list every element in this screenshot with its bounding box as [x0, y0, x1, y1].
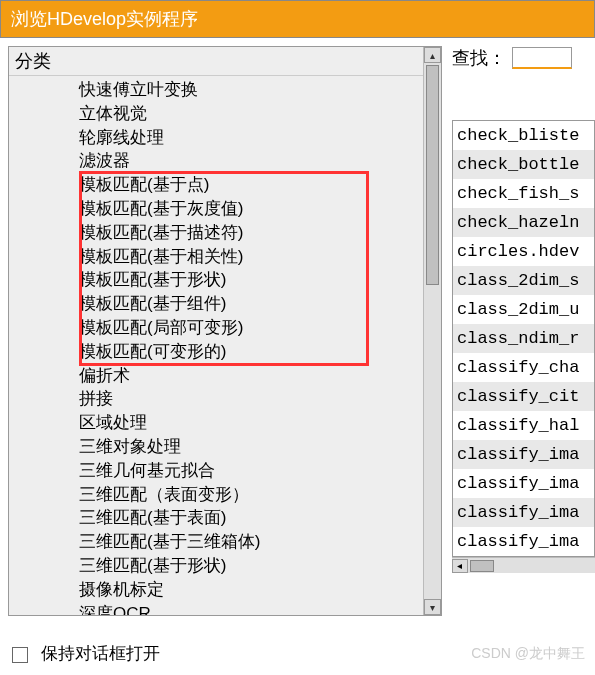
- category-item[interactable]: 三维匹配（表面变形）: [79, 483, 423, 507]
- checkbox-icon[interactable]: [12, 647, 28, 663]
- main-content: 分类 快速傅立叶变换立体视觉轮廓线处理滤波器模板匹配(基于点)模板匹配(基于灰度…: [0, 38, 595, 616]
- category-item[interactable]: 模板匹配(基于相关性): [79, 245, 423, 269]
- scroll-up-icon[interactable]: ▴: [424, 47, 441, 63]
- result-row[interactable]: classify_ima: [453, 440, 594, 469]
- result-row[interactable]: check_fish_s: [453, 179, 594, 208]
- window-title: 浏览HDevelop实例程序: [0, 0, 595, 38]
- scroll-thumb-h[interactable]: [470, 560, 494, 572]
- result-row[interactable]: class_ndim_r: [453, 324, 594, 353]
- result-row[interactable]: classify_ima: [453, 498, 594, 527]
- category-item[interactable]: 模板匹配(局部可变形): [79, 316, 423, 340]
- category-item[interactable]: 三维几何基元拟合: [79, 459, 423, 483]
- category-item[interactable]: 模板匹配(基于灰度值): [79, 197, 423, 221]
- result-row[interactable]: classify_cit: [453, 382, 594, 411]
- category-list[interactable]: 快速傅立叶变换立体视觉轮廓线处理滤波器模板匹配(基于点)模板匹配(基于灰度值)模…: [9, 76, 423, 615]
- result-row[interactable]: check_hazeln: [453, 208, 594, 237]
- keep-open-checkbox[interactable]: 保持对话框打开: [12, 642, 160, 665]
- category-scrollbar[interactable]: ▴ ▾: [423, 47, 441, 615]
- scroll-down-icon[interactable]: ▾: [424, 599, 441, 615]
- category-item[interactable]: 三维对象处理: [79, 435, 423, 459]
- scroll-thumb[interactable]: [426, 65, 439, 285]
- category-item[interactable]: 三维匹配(基于三维箱体): [79, 530, 423, 554]
- right-panel: 查找： check_blistecheck_bottlecheck_fish_s…: [452, 46, 595, 573]
- category-item[interactable]: 模板匹配(基于组件): [79, 292, 423, 316]
- category-item[interactable]: 滤波器: [79, 149, 423, 173]
- watermark: CSDN @龙中舞王: [471, 645, 585, 663]
- footer: 保持对话框打开 CSDN @龙中舞王: [12, 642, 585, 665]
- category-item[interactable]: 立体视觉: [79, 102, 423, 126]
- result-scrollbar-h[interactable]: ◂: [452, 557, 595, 573]
- category-item[interactable]: 区域处理: [79, 411, 423, 435]
- category-item[interactable]: 拼接: [79, 387, 423, 411]
- category-header: 分类: [9, 47, 423, 76]
- search-label: 查找：: [452, 46, 506, 70]
- search-input[interactable]: [512, 47, 572, 69]
- result-row[interactable]: class_2dim_s: [453, 266, 594, 295]
- result-row[interactable]: class_2dim_u: [453, 295, 594, 324]
- result-row[interactable]: classify_cha: [453, 353, 594, 382]
- result-row[interactable]: classify_ima: [453, 469, 594, 498]
- keep-open-label: 保持对话框打开: [41, 644, 160, 663]
- result-row[interactable]: classify_ima: [453, 527, 594, 556]
- result-row[interactable]: circles.hdev: [453, 237, 594, 266]
- result-row[interactable]: check_bliste: [453, 121, 594, 150]
- result-row[interactable]: classify_hal: [453, 411, 594, 440]
- category-item[interactable]: 模板匹配(基于点): [79, 173, 423, 197]
- category-panel: 分类 快速傅立叶变换立体视觉轮廓线处理滤波器模板匹配(基于点)模板匹配(基于灰度…: [8, 46, 442, 616]
- category-item[interactable]: 摄像机标定: [79, 578, 423, 602]
- category-box: 分类 快速傅立叶变换立体视觉轮廓线处理滤波器模板匹配(基于点)模板匹配(基于灰度…: [9, 47, 423, 615]
- category-item[interactable]: 三维匹配(基于形状): [79, 554, 423, 578]
- category-item[interactable]: 三维匹配(基于表面): [79, 506, 423, 530]
- category-item[interactable]: 轮廓线处理: [79, 126, 423, 150]
- result-row[interactable]: check_bottle: [453, 150, 594, 179]
- category-item[interactable]: 模板匹配(基于描述符): [79, 221, 423, 245]
- scroll-left-icon[interactable]: ◂: [452, 559, 468, 573]
- category-item[interactable]: 快速傅立叶变换: [79, 78, 423, 102]
- category-item[interactable]: 模板匹配(可变形的): [79, 340, 423, 364]
- result-list[interactable]: check_blistecheck_bottlecheck_fish_schec…: [452, 120, 595, 557]
- category-item[interactable]: 模板匹配(基于形状): [79, 268, 423, 292]
- category-item[interactable]: 深度OCR: [79, 602, 423, 615]
- category-item[interactable]: 偏折术: [79, 364, 423, 388]
- search-row: 查找：: [452, 46, 595, 70]
